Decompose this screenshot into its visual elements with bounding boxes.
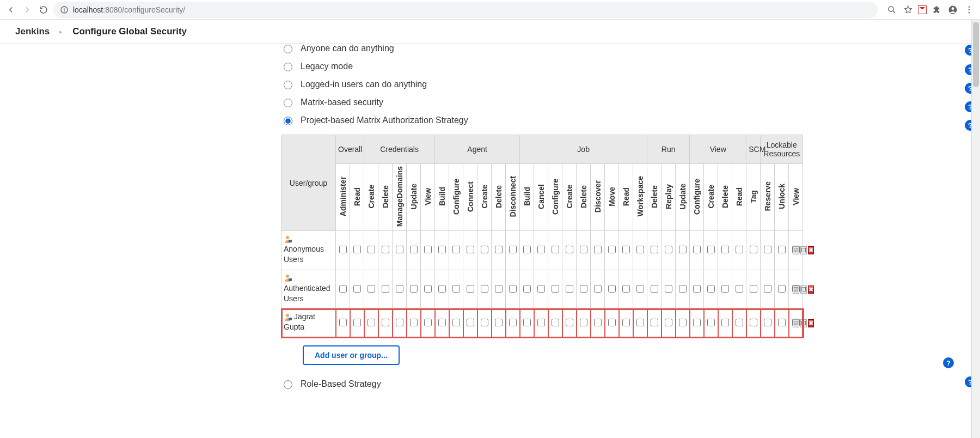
- perm-checkbox[interactable]: [665, 285, 672, 293]
- perm-checkbox[interactable]: [778, 246, 786, 253]
- perm-checkbox[interactable]: [495, 285, 503, 293]
- perm-checkbox[interactable]: [509, 319, 517, 326]
- perm-checkbox[interactable]: [367, 319, 375, 326]
- extensions-icon[interactable]: [930, 3, 943, 16]
- radio-project-matrix[interactable]: [284, 117, 292, 125]
- mcafee-extension-icon[interactable]: [918, 5, 927, 14]
- clear-all-icon[interactable]: ☐: [800, 246, 807, 254]
- add-user-button[interactable]: Add user or group...: [303, 345, 400, 365]
- perm-checkbox[interactable]: [537, 285, 545, 293]
- bookmark-star-icon[interactable]: [902, 3, 915, 16]
- perm-checkbox[interactable]: [424, 285, 432, 293]
- perm-checkbox[interactable]: [495, 246, 503, 253]
- perm-checkbox[interactable]: [750, 246, 757, 253]
- perm-checkbox[interactable]: [764, 246, 771, 253]
- radio-anyone[interactable]: [284, 45, 292, 53]
- address-bar[interactable]: localhost:8080/configureSecurity/: [53, 2, 878, 18]
- perm-checkbox[interactable]: [452, 319, 460, 326]
- clear-all-icon[interactable]: ☐: [800, 285, 807, 294]
- perm-checkbox[interactable]: [537, 319, 545, 326]
- page-scrollbar[interactable]: [971, 20, 980, 415]
- delete-row-icon[interactable]: ✖: [808, 285, 814, 294]
- perm-checkbox[interactable]: [396, 246, 403, 253]
- perm-checkbox[interactable]: [382, 246, 389, 253]
- perm-checkbox[interactable]: [693, 285, 701, 293]
- perm-checkbox[interactable]: [367, 285, 375, 293]
- perm-checkbox[interactable]: [452, 246, 460, 253]
- perm-checkbox[interactable]: [594, 319, 602, 326]
- perm-checkbox[interactable]: [566, 246, 573, 253]
- perm-checkbox[interactable]: [552, 319, 559, 326]
- perm-checkbox[interactable]: [382, 319, 389, 326]
- perm-checkbox[interactable]: [721, 246, 729, 253]
- nav-forward-button[interactable]: [21, 3, 34, 16]
- perm-checkbox[interactable]: [566, 285, 573, 293]
- perm-checkbox[interactable]: [764, 319, 771, 326]
- perm-checkbox[interactable]: [410, 246, 418, 253]
- perm-checkbox[interactable]: [509, 246, 517, 253]
- perm-checkbox[interactable]: [750, 285, 757, 293]
- perm-checkbox[interactable]: [382, 285, 389, 293]
- perm-checkbox[interactable]: [580, 319, 587, 326]
- perm-checkbox[interactable]: [353, 319, 361, 326]
- perm-checkbox[interactable]: [339, 246, 347, 253]
- perm-checkbox[interactable]: [452, 285, 460, 293]
- site-info-icon[interactable]: [60, 5, 69, 14]
- perm-checkbox[interactable]: [481, 319, 488, 326]
- perm-checkbox[interactable]: [707, 319, 715, 326]
- perm-checkbox[interactable]: [778, 319, 786, 326]
- profile-avatar-icon[interactable]: [946, 3, 959, 16]
- perm-checkbox[interactable]: [424, 246, 432, 253]
- perm-checkbox[interactable]: [339, 319, 347, 326]
- perm-checkbox[interactable]: [523, 246, 531, 253]
- perm-checkbox[interactable]: [608, 246, 616, 253]
- perm-checkbox[interactable]: [552, 285, 559, 293]
- perm-checkbox[interactable]: [580, 285, 587, 293]
- perm-checkbox[interactable]: [396, 285, 403, 293]
- perm-checkbox[interactable]: [736, 246, 743, 253]
- perm-checkbox[interactable]: [495, 319, 503, 326]
- perm-checkbox[interactable]: [778, 285, 786, 293]
- perm-checkbox[interactable]: [665, 246, 672, 253]
- perm-checkbox[interactable]: [410, 285, 418, 293]
- perm-checkbox[interactable]: [608, 319, 616, 326]
- perm-checkbox[interactable]: [707, 285, 715, 293]
- perm-checkbox[interactable]: [424, 319, 432, 326]
- radio-logged-in[interactable]: [284, 81, 292, 89]
- perm-checkbox[interactable]: [396, 319, 403, 326]
- perm-checkbox[interactable]: [750, 319, 757, 326]
- perm-checkbox[interactable]: [481, 246, 488, 253]
- perm-checkbox[interactable]: [636, 319, 644, 326]
- perm-checkbox[interactable]: [523, 319, 531, 326]
- perm-checkbox[interactable]: [438, 246, 446, 253]
- perm-checkbox[interactable]: [523, 285, 531, 293]
- perm-checkbox[interactable]: [481, 285, 488, 293]
- perm-checkbox[interactable]: [651, 319, 658, 326]
- select-all-icon[interactable]: ☑: [793, 246, 799, 254]
- select-all-icon[interactable]: ☑: [793, 285, 799, 294]
- perm-checkbox[interactable]: [367, 246, 375, 253]
- perm-checkbox[interactable]: [636, 246, 644, 253]
- perm-checkbox[interactable]: [353, 285, 361, 293]
- perm-checkbox[interactable]: [552, 246, 559, 253]
- perm-checkbox[interactable]: [679, 246, 687, 253]
- perm-checkbox[interactable]: [736, 285, 743, 293]
- perm-checkbox[interactable]: [438, 285, 446, 293]
- perm-checkbox[interactable]: [721, 285, 729, 293]
- help-icon[interactable]: ?: [943, 357, 954, 368]
- nav-reload-button[interactable]: [37, 3, 50, 16]
- perm-checkbox[interactable]: [339, 285, 347, 293]
- perm-checkbox[interactable]: [622, 319, 630, 326]
- perm-checkbox[interactable]: [651, 246, 658, 253]
- perm-checkbox[interactable]: [467, 246, 474, 253]
- delete-row-icon[interactable]: ✖: [808, 319, 814, 327]
- perm-checkbox[interactable]: [566, 319, 573, 326]
- perm-checkbox[interactable]: [594, 246, 602, 253]
- perm-checkbox[interactable]: [736, 319, 743, 326]
- perm-checkbox[interactable]: [353, 246, 361, 253]
- perm-checkbox[interactable]: [721, 319, 729, 326]
- perm-checkbox[interactable]: [537, 246, 545, 253]
- perm-checkbox[interactable]: [438, 319, 446, 326]
- perm-checkbox[interactable]: [651, 285, 658, 293]
- clear-all-icon[interactable]: ☐: [800, 319, 807, 327]
